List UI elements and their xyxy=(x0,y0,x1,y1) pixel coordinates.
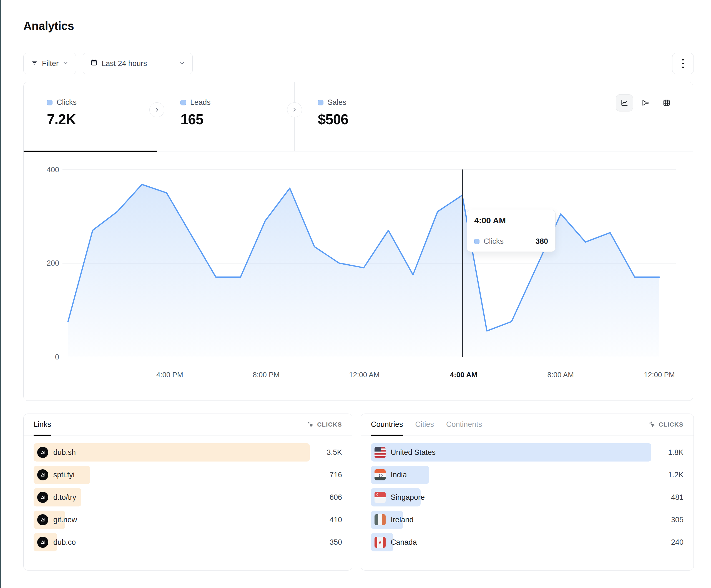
line-chart-icon xyxy=(620,99,628,107)
kebab-menu-icon xyxy=(682,59,684,61)
chart-view-switcher xyxy=(616,94,675,112)
calendar-icon xyxy=(90,59,98,68)
chevron-down-icon xyxy=(179,59,185,68)
stat-label: Clicks xyxy=(57,98,77,107)
link-label: d.to/try xyxy=(53,493,76,502)
links-list: dub.sh 3.5K spti.fyi 716 xyxy=(24,435,352,551)
filter-button-label: Filter xyxy=(42,59,59,68)
area-chart-svg xyxy=(68,169,659,357)
filter-button[interactable]: Filter xyxy=(23,53,76,74)
link-row[interactable]: git.new 410 xyxy=(34,511,342,529)
link-row[interactable]: spti.fyi 716 xyxy=(34,466,342,484)
country-row[interactable]: Ireland 305 xyxy=(371,511,684,529)
tab-label: Continents xyxy=(446,420,482,429)
leads-legend-icon xyxy=(180,100,186,106)
link-label: spti.fyi xyxy=(53,471,75,479)
stat-label: Sales xyxy=(328,98,346,107)
gridline-0 xyxy=(62,357,676,357)
country-clicks-value: 1.8K xyxy=(658,448,684,457)
link-label: git.new xyxy=(53,516,77,524)
funnel-view-button[interactable] xyxy=(637,94,654,112)
stat-value: $506 xyxy=(318,111,432,128)
links-metric-selector[interactable]: CLICKS xyxy=(307,421,342,428)
tab-countries[interactable]: Countries xyxy=(371,414,403,435)
metric-label: CLICKS xyxy=(659,421,684,428)
singapore-flag-icon xyxy=(374,492,386,503)
link-clicks-value: 606 xyxy=(317,493,342,502)
country-clicks-value: 481 xyxy=(658,493,684,502)
x-axis-labels: 4:00 PM 8:00 PM 12:00 AM 4:00 AM 8:00 AM… xyxy=(68,370,659,382)
analytics-chart-card: Clicks 7.2K Leads 165 Sales $506 xyxy=(23,82,693,401)
tab-label: Countries xyxy=(371,420,403,429)
toolbar: Filter Last 24 hours xyxy=(23,53,694,74)
tab-clicks[interactable]: Clicks 7.2K xyxy=(24,82,157,151)
page-title: Analytics xyxy=(23,19,694,33)
links-panel: Links CLICKS dub.sh xyxy=(23,413,352,570)
country-label: Ireland xyxy=(391,516,414,524)
link-clicks-value: 3.5K xyxy=(317,448,342,457)
country-clicks-value: 240 xyxy=(658,538,684,547)
cursor-click-icon xyxy=(649,421,656,428)
stats-row: Clicks 7.2K Leads 165 Sales $506 xyxy=(24,82,693,152)
dub-logo-icon xyxy=(37,492,48,503)
filter-lines-icon xyxy=(31,59,38,68)
chevron-down-icon xyxy=(62,59,69,68)
tab-continents[interactable]: Continents xyxy=(446,414,482,435)
country-row[interactable]: Singapore 481 xyxy=(371,488,684,506)
link-clicks-value: 350 xyxy=(317,538,342,547)
link-row[interactable]: d.to/try 606 xyxy=(34,488,342,506)
tab-links[interactable]: Links xyxy=(34,414,51,435)
tab-leads[interactable]: Leads 165 xyxy=(157,82,294,151)
link-row[interactable]: dub.sh 3.5K xyxy=(34,443,342,461)
country-label: Canada xyxy=(391,538,417,547)
country-row[interactable]: Canada 240 xyxy=(371,533,684,551)
tab-sales[interactable]: Sales $506 xyxy=(294,82,432,151)
table-view-button[interactable] xyxy=(658,94,675,112)
more-options-button[interactable] xyxy=(672,53,694,74)
x-tick: 12:00 AM xyxy=(349,370,380,379)
country-clicks-value: 305 xyxy=(658,516,684,524)
us-flag-icon xyxy=(374,447,386,458)
india-flag-icon xyxy=(374,469,386,480)
metric-label: CLICKS xyxy=(317,421,342,428)
ireland-flag-icon xyxy=(374,514,386,525)
clicks-legend-icon xyxy=(474,239,479,244)
dub-logo-icon xyxy=(37,537,48,548)
stat-value: 7.2K xyxy=(47,111,157,128)
dub-logo-icon xyxy=(37,447,48,458)
clicks-legend-icon xyxy=(47,100,52,106)
tooltip-series-label: Clicks xyxy=(483,237,503,246)
canada-flag-icon xyxy=(374,537,386,548)
date-range-button[interactable]: Last 24 hours xyxy=(83,53,193,74)
tooltip-value: 380 xyxy=(536,237,548,246)
chevron-right-icon xyxy=(292,107,297,113)
y-tick: 400 xyxy=(47,165,59,174)
dub-logo-icon xyxy=(37,514,48,525)
x-tick: 4:00 AM xyxy=(450,370,477,379)
breakdown-panels: Links CLICKS dub.sh xyxy=(23,413,694,570)
x-tick: 8:00 PM xyxy=(253,370,280,379)
expand-leads-button[interactable] xyxy=(287,103,302,117)
tab-label: Links xyxy=(34,420,51,429)
link-row[interactable]: dub.co 350 xyxy=(34,533,342,551)
tab-cities[interactable]: Cities xyxy=(415,414,434,435)
country-row[interactable]: United States 1.8K xyxy=(371,443,684,461)
link-label: dub.co xyxy=(53,538,76,547)
analytics-page: Analytics Filter Last 24 hou xyxy=(0,0,711,588)
chart-plot-area[interactable]: 4:00 AM Clicks 380 xyxy=(68,169,659,357)
x-tick: 12:00 PM xyxy=(644,370,675,379)
tab-label: Cities xyxy=(415,420,434,429)
tooltip-time: 4:00 AM xyxy=(467,210,555,231)
funnel-icon xyxy=(641,99,650,107)
country-label: Singapore xyxy=(391,493,425,502)
line-chart-view-button[interactable] xyxy=(616,94,633,112)
date-range-label: Last 24 hours xyxy=(102,59,147,68)
countries-metric-selector[interactable]: CLICKS xyxy=(649,421,684,428)
country-row[interactable]: India 1.2K xyxy=(371,466,684,484)
country-label: United States xyxy=(391,448,436,457)
expand-clicks-button[interactable] xyxy=(149,103,164,117)
country-clicks-value: 1.2K xyxy=(658,471,684,479)
link-label: dub.sh xyxy=(53,448,76,457)
link-clicks-value: 410 xyxy=(317,516,342,524)
stat-value: 165 xyxy=(180,111,294,128)
